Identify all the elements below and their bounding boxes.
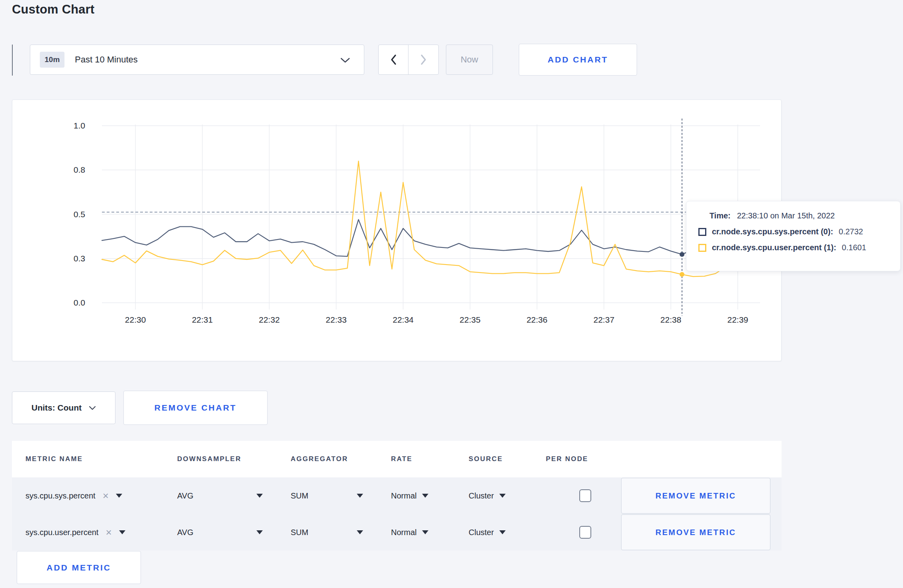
metrics-table: METRIC NAME DOWNSAMPLER AGGREGATOR RATE … <box>12 441 782 588</box>
prev-time-button[interactable] <box>379 45 408 74</box>
rate-value: Normal <box>391 491 416 500</box>
aggregator-select[interactable]: SUM <box>291 491 363 500</box>
tooltip-series-row: cr.node.sys.cpu.sys.percent (0): 0.2732 <box>698 227 888 236</box>
page-title: Custom Chart <box>12 0 94 19</box>
rate-value: Normal <box>391 528 416 537</box>
tooltip-time-row: Time:22:38:10 on Mar 15th, 2022 <box>710 211 888 220</box>
chevron-down-icon <box>340 57 350 63</box>
col-header-aggregator: AGGREGATOR <box>291 455 391 463</box>
metric-name-value: sys.cpu.user.percent <box>25 528 98 537</box>
source-select[interactable]: Cluster <box>469 491 546 500</box>
time-range-label: Past 10 Minutes <box>75 55 138 65</box>
remove-tag-icon[interactable]: × <box>106 528 111 536</box>
metrics-table-rows: sys.cpu.sys.percent × AVG SUM Normal <box>12 477 782 551</box>
x-tick-label: 22:38 <box>661 315 682 324</box>
y-tick-label: 0.3 <box>74 254 85 263</box>
add-chart-button[interactable]: ADD CHART <box>519 44 637 76</box>
x-tick-label: 22:35 <box>459 315 481 324</box>
source-value: Cluster <box>469 528 494 537</box>
caret-down-icon <box>357 494 363 498</box>
x-tick-label: 22:31 <box>192 315 213 324</box>
table-row: sys.cpu.sys.percent × AVG SUM Normal <box>12 477 782 514</box>
rate-select[interactable]: Normal <box>391 528 469 537</box>
col-header-rate: RATE <box>391 455 469 463</box>
chart-footer: Units: Count REMOVE CHART <box>12 391 410 426</box>
source-value: Cluster <box>469 491 494 500</box>
chart-tooltip: Time:22:38:10 on Mar 15th, 2022 cr.node.… <box>686 201 901 271</box>
caret-down-icon <box>256 494 263 498</box>
toolbar-left-divider <box>12 45 13 76</box>
crosshair-dot-1 <box>680 272 684 277</box>
tooltip-series-value: 0.2732 <box>839 227 863 236</box>
y-tick-label: 0.8 <box>74 165 85 174</box>
caret-down-icon <box>499 494 506 498</box>
x-tick-label: 22:36 <box>526 315 547 324</box>
rate-select[interactable]: Normal <box>391 491 469 500</box>
chart-plot[interactable]: 22:3022:3122:3222:3322:3422:3522:3622:37… <box>12 100 781 361</box>
time-range-badge: 10m <box>40 52 64 68</box>
x-tick-label: 22:34 <box>393 315 414 324</box>
aggregator-value: SUM <box>291 528 308 537</box>
per-node-checkbox[interactable] <box>579 526 591 539</box>
chevron-right-icon <box>420 54 427 65</box>
remove-metric-button[interactable]: REMOVE METRIC <box>621 478 770 514</box>
series-swatch-user-icon <box>698 244 706 252</box>
y-tick-label: 0.5 <box>74 210 85 219</box>
chevron-down-icon <box>89 406 96 410</box>
x-tick-label: 22:33 <box>326 315 347 324</box>
remove-tag-icon[interactable]: × <box>103 492 109 500</box>
tooltip-series-value: 0.1601 <box>842 243 866 252</box>
per-node-checkbox[interactable] <box>579 489 591 502</box>
col-header-per-node: PER NODE <box>546 455 621 463</box>
time-range-dropdown[interactable]: 10m Past 10 Minutes <box>30 45 364 75</box>
series-line-0 <box>102 220 760 257</box>
crosshair-dot-0 <box>680 252 684 257</box>
chart-card: 22:3022:3122:3222:3322:3422:3522:3622:37… <box>12 99 782 361</box>
x-tick-label: 22:30 <box>125 315 146 324</box>
aggregator-value: SUM <box>291 491 308 500</box>
series-line-1 <box>102 161 760 276</box>
table-row: sys.cpu.user.percent × AVG SUM Normal <box>12 514 782 551</box>
caret-down-icon <box>119 530 125 534</box>
caret-down-icon <box>499 530 506 534</box>
aggregator-select[interactable]: SUM <box>291 528 363 537</box>
x-tick-label: 22:37 <box>594 315 615 324</box>
y-tick-label: 1.0 <box>74 121 85 130</box>
metrics-table-footer: ADD METRIC <box>12 551 782 588</box>
time-pager <box>378 45 439 75</box>
chevron-left-icon <box>390 54 397 65</box>
col-header-source: SOURCE <box>469 455 546 463</box>
x-tick-label: 22:39 <box>727 315 749 324</box>
tooltip-series-label: cr.node.sys.cpu.user.percent (1): <box>712 243 836 252</box>
downsampler-value: AVG <box>177 528 194 537</box>
next-time-button[interactable] <box>408 45 438 74</box>
col-header-metric-name: METRIC NAME <box>25 455 177 463</box>
remove-chart-button[interactable]: REMOVE CHART <box>123 391 268 425</box>
now-button[interactable]: Now <box>446 45 493 75</box>
tooltip-time-value: 22:38:10 on Mar 15th, 2022 <box>737 211 835 220</box>
units-dropdown[interactable]: Units: Count <box>12 391 115 424</box>
source-select[interactable]: Cluster <box>469 528 546 537</box>
tooltip-series-label: cr.node.sys.cpu.sys.percent (0): <box>712 227 833 236</box>
y-tick-label: 0.0 <box>74 298 85 307</box>
remove-metric-button[interactable]: REMOVE METRIC <box>621 514 770 550</box>
x-tick-label: 22:32 <box>259 315 280 324</box>
col-header-downsampler: DOWNSAMPLER <box>177 455 291 463</box>
downsampler-select[interactable]: AVG <box>177 491 263 500</box>
caret-down-icon <box>116 494 122 498</box>
series-swatch-sys-icon <box>698 228 706 236</box>
caret-down-icon <box>422 494 428 498</box>
tooltip-time-label: Time: <box>710 211 731 220</box>
add-metric-button[interactable]: ADD METRIC <box>17 551 141 584</box>
caret-down-icon <box>422 530 428 534</box>
metric-name-select[interactable]: sys.cpu.user.percent × <box>25 528 177 537</box>
metric-name-value: sys.cpu.sys.percent <box>25 491 96 500</box>
units-label: Units: Count <box>31 403 82 413</box>
metric-name-select[interactable]: sys.cpu.sys.percent × <box>25 491 177 500</box>
caret-down-icon <box>256 530 263 534</box>
downsampler-value: AVG <box>177 491 194 500</box>
toolbar: 10m Past 10 Minutes Now ADD CHART <box>12 44 891 77</box>
downsampler-select[interactable]: AVG <box>177 528 263 537</box>
tooltip-series-row: cr.node.sys.cpu.user.percent (1): 0.1601 <box>698 243 888 252</box>
metrics-table-header: METRIC NAME DOWNSAMPLER AGGREGATOR RATE … <box>12 441 782 477</box>
